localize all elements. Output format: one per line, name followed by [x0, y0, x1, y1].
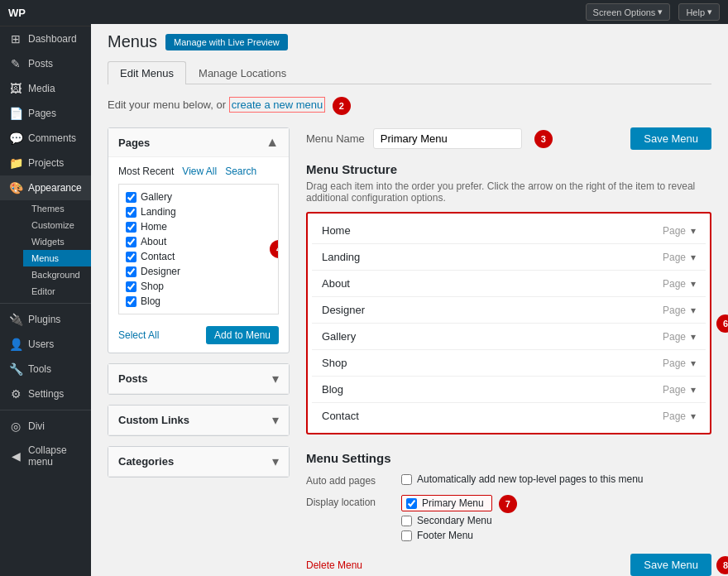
sidebar-item-background[interactable]: Background: [23, 266, 91, 283]
sidebar: WP ⊞ Dashboard ✎ Posts 🖼 Media 📄 Pages 💬…: [0, 0, 91, 576]
menu-item-blog: Blog Page ▾: [312, 377, 706, 403]
sidebar-item-posts[interactable]: ✎ Posts: [0, 51, 91, 76]
page-item-blog: Blog: [126, 294, 271, 309]
tools-icon: 🔧: [8, 362, 23, 376]
sidebar-item-plugins[interactable]: 🔌 Plugins: [0, 307, 91, 332]
add-to-menu-button[interactable]: Add to Menu: [206, 326, 279, 344]
pages-tab-view-all[interactable]: View All: [182, 166, 217, 177]
pages-tabs: Most Recent View All Search: [118, 166, 279, 177]
page-checkbox-contact[interactable]: [126, 252, 136, 262]
pages-panel-toggle-icon: ▲: [266, 135, 279, 150]
menu-item-chevron-gallery[interactable]: ▾: [691, 331, 696, 343]
menu-settings-title: Menu Settings: [306, 451, 711, 465]
categories-panel-header[interactable]: Categories ▾: [108, 447, 289, 477]
sidebar-item-themes[interactable]: Themes: [23, 200, 91, 217]
edit-instruction: Edit your menu below, or create a new me…: [108, 97, 711, 115]
page-item-designer: Designer: [126, 264, 271, 279]
tab-edit-menus[interactable]: Edit Menus: [108, 61, 186, 84]
pages-tab-most-recent[interactable]: Most Recent: [118, 166, 174, 177]
sidebar-item-appearance[interactable]: 🎨 Appearance: [0, 175, 91, 200]
pages-panel-header[interactable]: Pages ▲: [108, 128, 289, 157]
bottom-actions-row: Delete Menu Save Menu 8: [306, 554, 711, 576]
menu-item-chevron-landing[interactable]: ▾: [691, 252, 696, 263]
posts-panel-header[interactable]: Posts ▾: [108, 364, 289, 394]
create-new-menu-link[interactable]: create a new menu: [229, 97, 326, 113]
sidebar-item-users[interactable]: 👤 Users: [0, 332, 91, 357]
sidebar-item-dashboard[interactable]: ⊞ Dashboard: [0, 26, 91, 51]
primary-menu-checkbox[interactable]: [406, 498, 417, 509]
pages-panel-footer: Select All Add to Menu: [118, 321, 279, 344]
sidebar-item-editor[interactable]: Editor: [23, 283, 91, 300]
menu-name-row: Menu Name 3 Save Menu: [306, 127, 711, 150]
projects-icon: 📁: [8, 156, 23, 170]
page-item-home: Home: [126, 219, 271, 234]
sidebar-item-customize[interactable]: Customize: [23, 217, 91, 233]
menu-item-chevron-about[interactable]: ▾: [691, 278, 696, 290]
custom-links-panel-header[interactable]: Custom Links ▾: [108, 406, 289, 435]
sidebar-item-media[interactable]: 🖼 Media: [0, 76, 91, 101]
page-checkbox-blog[interactable]: [126, 296, 136, 307]
display-location-label: Display location: [306, 495, 389, 508]
chevron-down-icon: ▾: [658, 7, 663, 17]
menu-item-landing: Landing Page ▾: [312, 244, 706, 271]
two-col-layout: Pages ▲ Most Recent View All Search G: [108, 127, 711, 576]
delete-menu-link[interactable]: Delete Menu: [306, 559, 362, 571]
footer-menu-checkbox-row: Footer Menu: [401, 530, 492, 541]
content-area: Menus Manage with Live Preview Edit Menu…: [91, 24, 728, 576]
menu-structure-title: Menu Structure: [306, 162, 711, 176]
sidebar-item-settings[interactable]: ⚙ Settings: [0, 382, 91, 406]
menu-item-gallery: Gallery Page ▾: [312, 324, 706, 350]
menu-item-about: About Page ▾: [312, 271, 706, 297]
tabs: Edit Menus Manage Locations: [108, 61, 711, 84]
menu-item-chevron-blog[interactable]: ▾: [691, 384, 696, 396]
page-checkbox-designer[interactable]: [126, 266, 136, 277]
menu-name-input[interactable]: [373, 128, 522, 149]
pages-tab-search[interactable]: Search: [225, 166, 256, 177]
sidebar-item-comments[interactable]: 💬 Comments: [0, 126, 91, 151]
page-checkbox-about[interactable]: [126, 237, 136, 247]
page-checkbox-gallery[interactable]: [126, 192, 136, 203]
menu-item-chevron-shop[interactable]: ▾: [691, 358, 696, 369]
sidebar-item-widgets[interactable]: Widgets: [23, 233, 91, 250]
step-badge-3: 3: [534, 130, 553, 148]
tab-manage-locations[interactable]: Manage Locations: [186, 61, 299, 84]
pages-checkbox-list: Gallery Landing Home: [118, 184, 279, 314]
select-all-link[interactable]: Select All: [118, 329, 159, 341]
live-preview-button[interactable]: Manage with Live Preview: [165, 34, 288, 50]
page-checkbox-home[interactable]: [126, 222, 136, 233]
page-item-gallery: Gallery: [126, 190, 271, 204]
secondary-menu-checkbox[interactable]: [401, 516, 412, 526]
sidebar-item-pages[interactable]: 📄 Pages: [0, 101, 91, 126]
sidebar-item-collapse[interactable]: ◀ Collapse menu: [0, 439, 91, 473]
footer-menu-checkbox[interactable]: [401, 530, 412, 541]
auto-add-checkbox[interactable]: [401, 474, 412, 485]
custom-links-panel: Custom Links ▾: [108, 405, 290, 436]
sidebar-item-menus[interactable]: Menus: [23, 250, 91, 266]
page-checkbox-landing[interactable]: [126, 207, 136, 218]
save-menu-button-top[interactable]: Save Menu: [630, 127, 711, 150]
sidebar-item-tools[interactable]: 🔧 Tools: [0, 357, 91, 382]
menu-item-chevron-contact[interactable]: ▾: [691, 410, 696, 422]
appearance-submenu: Themes Customize Widgets Menus Backgroun…: [0, 200, 91, 300]
page-item-contact: Contact: [126, 249, 271, 264]
step-badge-7: 7: [499, 495, 517, 513]
posts-panel-title: Posts: [118, 372, 147, 385]
menu-item-home: Home Page ▾: [312, 218, 706, 244]
menu-item-chevron-designer[interactable]: ▾: [691, 305, 696, 316]
help-button[interactable]: Help ▾: [678, 3, 720, 21]
sidebar-item-projects[interactable]: 📁 Projects: [0, 151, 91, 175]
users-icon: 👤: [8, 338, 23, 351]
categories-panel-toggle-icon: ▾: [272, 454, 279, 469]
page-checkbox-shop[interactable]: [126, 281, 136, 292]
page-item-landing: Landing: [126, 204, 271, 219]
screen-options-button[interactable]: Screen Options ▾: [586, 3, 671, 21]
sidebar-item-divi[interactable]: ◎ Divi: [0, 414, 91, 439]
comments-icon: 💬: [8, 132, 23, 145]
menu-item-chevron-home[interactable]: ▾: [691, 225, 696, 237]
menu-structure-desc: Drag each item into the order you prefer…: [306, 180, 711, 204]
main-wrap: Screen Options ▾ Help ▾ Menus Manage wit…: [91, 0, 728, 576]
primary-menu-checkbox-row: Primary Menu: [401, 495, 492, 511]
save-menu-button-bottom[interactable]: Save Menu: [630, 554, 711, 576]
categories-panel: Categories ▾: [108, 446, 290, 478]
auto-add-label: Auto add pages: [306, 473, 389, 487]
